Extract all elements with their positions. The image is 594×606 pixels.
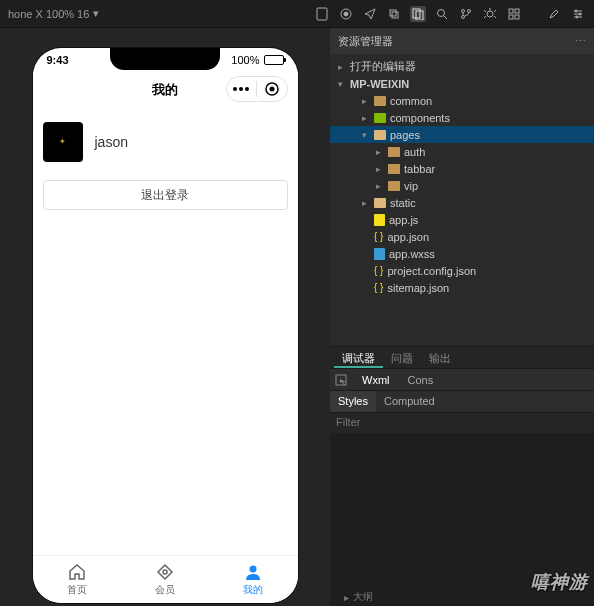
tree-item[interactable]: ▸common bbox=[330, 92, 594, 109]
tab-mine[interactable]: 我的 bbox=[209, 556, 297, 603]
device-selector-chevron[interactable]: ▾ bbox=[93, 7, 99, 20]
tab-output[interactable]: 输出 bbox=[421, 347, 459, 368]
settings-icon[interactable] bbox=[570, 6, 586, 22]
copy-icon[interactable] bbox=[386, 6, 402, 22]
svg-point-9 bbox=[468, 9, 471, 12]
outline-chevron-icon: ▸ bbox=[344, 592, 349, 603]
outline-strip[interactable]: ▸ 大纲 bbox=[340, 588, 494, 606]
logout-button[interactable]: 退出登录 bbox=[43, 180, 288, 210]
tab-problems[interactable]: 问题 bbox=[383, 347, 421, 368]
tree-arrow-icon: ▸ bbox=[362, 113, 370, 123]
capsule-close-button[interactable] bbox=[257, 81, 287, 97]
tab-home-label: 首页 bbox=[67, 583, 87, 597]
tree-item[interactable]: app.js bbox=[330, 211, 594, 228]
branch-icon[interactable] bbox=[458, 6, 474, 22]
tab-computed[interactable]: Computed bbox=[376, 391, 443, 412]
tree-item-label: components bbox=[390, 112, 450, 124]
profile-row[interactable]: ✦ jason bbox=[33, 108, 298, 176]
styles-body[interactable] bbox=[330, 433, 594, 606]
tree-item-label: vip bbox=[404, 180, 418, 192]
svg-point-24 bbox=[163, 570, 167, 574]
tree-item[interactable]: { }app.json bbox=[330, 228, 594, 245]
debug-icon[interactable] bbox=[482, 6, 498, 22]
tree-item-label: auth bbox=[404, 146, 425, 158]
tab-console[interactable]: Cons bbox=[400, 371, 442, 389]
element-picker-icon[interactable] bbox=[334, 373, 348, 387]
resource-tree[interactable]: ▸打开的编辑器▾MP-WEIXIN▸common▸components▾page… bbox=[330, 54, 594, 346]
grid-icon[interactable] bbox=[506, 6, 522, 22]
tab-home[interactable]: 首页 bbox=[33, 556, 121, 603]
debug-primary-tabs: 调试器 问题 输出 bbox=[330, 347, 594, 369]
tree-item[interactable]: app.wxss bbox=[330, 245, 594, 262]
tab-styles[interactable]: Styles bbox=[330, 391, 376, 412]
tab-wxml[interactable]: Wxml bbox=[354, 371, 398, 389]
svg-rect-0 bbox=[317, 8, 327, 20]
svg-rect-14 bbox=[509, 15, 513, 19]
battery-icon bbox=[264, 55, 284, 65]
tree-arrow-icon: ▾ bbox=[362, 130, 370, 140]
tree-item-label: MP-WEIXIN bbox=[350, 78, 409, 90]
vip-icon bbox=[155, 562, 175, 582]
tree-item[interactable]: ▸tabbar bbox=[330, 160, 594, 177]
record-icon[interactable] bbox=[338, 6, 354, 22]
tree-item-label: pages bbox=[390, 129, 420, 141]
tree-item[interactable]: { }sitemap.json bbox=[330, 279, 594, 296]
svg-point-2 bbox=[344, 12, 348, 16]
debug-secondary-tabs: Wxml Cons bbox=[330, 369, 594, 391]
svg-point-20 bbox=[239, 87, 243, 91]
tree-item-label: tabbar bbox=[404, 163, 435, 175]
svg-point-21 bbox=[245, 87, 249, 91]
phone-frame: 9:43 100% 我的 ✦ bbox=[33, 48, 298, 603]
svg-point-8 bbox=[462, 9, 465, 12]
tree-item-label: app.json bbox=[387, 231, 429, 243]
tab-vip[interactable]: 会员 bbox=[121, 556, 209, 603]
simulator-pane: 9:43 100% 我的 ✦ bbox=[0, 28, 330, 606]
folder-icon bbox=[388, 181, 400, 191]
styles-filter-input[interactable] bbox=[336, 416, 588, 428]
json-file-icon: { } bbox=[374, 265, 383, 276]
username: jason bbox=[95, 134, 128, 150]
tree-arrow-icon: ▸ bbox=[338, 62, 346, 72]
tree-item[interactable]: ▾pages bbox=[330, 126, 594, 143]
tab-debugger[interactable]: 调试器 bbox=[334, 347, 383, 368]
page-header: 我的 bbox=[33, 72, 298, 108]
pages-icon[interactable] bbox=[410, 6, 426, 22]
capsule-menu-button[interactable] bbox=[227, 86, 257, 92]
resource-panel-title: 资源管理器 bbox=[338, 34, 393, 49]
status-bar: 9:43 100% bbox=[33, 48, 298, 72]
tree-item[interactable]: ▸static bbox=[330, 194, 594, 211]
tree-item[interactable]: ▸auth bbox=[330, 143, 594, 160]
tree-item-label: sitemap.json bbox=[387, 282, 449, 294]
tree-item[interactable]: ▸打开的编辑器 bbox=[330, 58, 594, 75]
device-icon[interactable] bbox=[314, 6, 330, 22]
tree-item[interactable]: ▾MP-WEIXIN bbox=[330, 75, 594, 92]
tree-item-label: static bbox=[390, 197, 416, 209]
svg-point-23 bbox=[269, 87, 274, 92]
tabbar: 首页 会员 我的 bbox=[33, 555, 298, 603]
brush-icon[interactable] bbox=[546, 6, 562, 22]
tree-item[interactable]: ▸components bbox=[330, 109, 594, 126]
svg-point-11 bbox=[487, 11, 493, 17]
tab-vip-label: 会员 bbox=[155, 583, 175, 597]
tree-item[interactable]: ▸vip bbox=[330, 177, 594, 194]
tree-item-label: app.js bbox=[389, 214, 418, 226]
page-title: 我的 bbox=[152, 81, 178, 99]
home-icon bbox=[67, 562, 87, 582]
outline-label: 大纲 bbox=[353, 590, 373, 604]
svg-point-25 bbox=[250, 566, 257, 573]
search-icon[interactable] bbox=[434, 6, 450, 22]
send-icon[interactable] bbox=[362, 6, 378, 22]
svg-point-10 bbox=[462, 15, 465, 18]
device-selector-label[interactable]: hone X 100% 16 bbox=[8, 8, 89, 20]
tree-arrow-icon: ▸ bbox=[362, 96, 370, 106]
folder-icon bbox=[374, 130, 386, 140]
tree-arrow-icon: ▸ bbox=[376, 147, 384, 157]
svg-point-18 bbox=[576, 16, 578, 18]
tree-item[interactable]: { }project.config.json bbox=[330, 262, 594, 279]
status-time: 9:43 bbox=[47, 54, 69, 66]
tree-item-label: 打开的编辑器 bbox=[350, 59, 416, 74]
miniapp-capsule bbox=[226, 76, 288, 102]
folder-icon bbox=[388, 147, 400, 157]
resource-panel-more-icon[interactable]: ⋯ bbox=[575, 35, 586, 48]
json-file-icon: { } bbox=[374, 231, 383, 242]
